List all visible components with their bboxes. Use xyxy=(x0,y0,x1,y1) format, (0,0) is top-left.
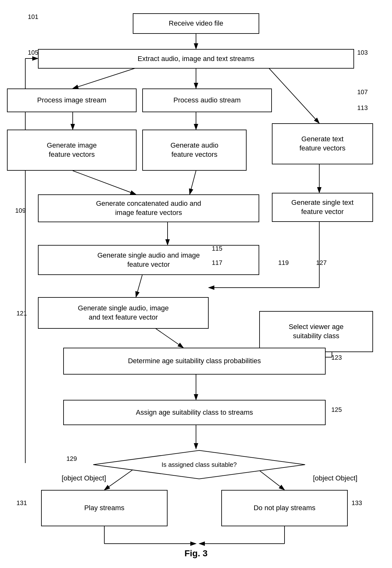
gen-concat-label: Generate concatenated audio andimage fea… xyxy=(96,199,201,217)
ref-109: 109 xyxy=(15,207,26,214)
ref-119: 119 xyxy=(278,259,289,266)
decision-diamond: Is assigned class suitable? xyxy=(92,449,307,480)
arrows-svg xyxy=(0,0,392,568)
svg-line-4 xyxy=(269,68,319,123)
ref-123: 123 xyxy=(331,354,342,361)
ref-133: 133 xyxy=(352,499,362,507)
ref-129: 129 xyxy=(66,455,77,462)
ref-107: 107 xyxy=(357,89,368,96)
gen-audio-fv-box: Generate audiofeature vectors xyxy=(142,130,247,171)
assign-age-label: Assign age suitability class to streams xyxy=(136,408,253,417)
ref-121: 121 xyxy=(16,310,27,317)
svg-line-2 xyxy=(73,68,136,89)
no-label: [object Object] xyxy=(313,474,358,482)
gen-audio-fv-label: Generate audiofeature vectors xyxy=(170,141,218,159)
process-image-box: Process image stream xyxy=(7,89,137,112)
receive-video-box: Receive video file xyxy=(133,13,259,34)
gen-image-fv-label: Generate imagefeature vectors xyxy=(47,141,97,159)
ref-101: 101 xyxy=(28,13,38,21)
process-audio-label: Process audio stream xyxy=(174,96,241,105)
svg-line-11 xyxy=(136,275,142,297)
gen-single-ait-box: Generate single audio, imageand text fea… xyxy=(38,297,209,329)
gen-image-fv-box: Generate imagefeature vectors xyxy=(7,130,137,171)
ref-125: 125 xyxy=(331,406,342,413)
select-age-label: Select viewer agesuitability class xyxy=(289,322,344,340)
decision-label: Is assigned class suitable? xyxy=(162,461,237,468)
ref-117: 117 xyxy=(212,259,222,266)
assign-age-box: Assign age suitability class to streams xyxy=(63,400,326,425)
gen-single-ait-label: Generate single audio, imageand text fea… xyxy=(78,304,168,322)
gen-text-fv-label: Generate textfeature vectors xyxy=(299,135,346,153)
gen-single-text-box: Generate single textfeature vector xyxy=(272,193,373,222)
gen-single-ai-box: Generate single audio and imagefeature v… xyxy=(38,245,259,275)
no-play-streams-box: Do not play streams xyxy=(221,490,348,526)
process-image-label: Process image stream xyxy=(37,96,107,105)
no-play-streams-label: Do not play streams xyxy=(254,504,315,513)
gen-concat-box: Generate concatenated audio andimage fea… xyxy=(38,194,259,222)
receive-video-label: Receive video file xyxy=(169,19,223,28)
process-audio-box: Process audio stream xyxy=(142,89,272,112)
extract-streams-box: Extract audio, image and text streams xyxy=(38,49,354,69)
ref-105: 105 xyxy=(28,49,38,56)
extract-streams-label: Extract audio, image and text streams xyxy=(138,54,254,64)
determine-age-label: Determine age suitability class probabil… xyxy=(128,357,261,366)
fig-caption: Fig. 3 xyxy=(184,548,207,559)
determine-age-box: Determine age suitability class probabil… xyxy=(63,348,326,375)
select-age-box: Select viewer agesuitability class xyxy=(259,311,373,352)
gen-single-ai-label: Generate single audio and imagefeature v… xyxy=(97,251,200,269)
play-streams-label: Play streams xyxy=(84,504,124,513)
svg-line-8 xyxy=(190,171,196,194)
gen-single-text-label: Generate single textfeature vector xyxy=(291,198,354,216)
ref-131: 131 xyxy=(16,499,27,507)
yes-label: [object Object] xyxy=(62,474,106,482)
ref-103: 103 xyxy=(357,49,368,56)
ref-113: 113 xyxy=(357,104,368,112)
svg-line-7 xyxy=(73,171,136,194)
ref-127: 127 xyxy=(316,259,327,266)
ref-115: 115 xyxy=(212,245,222,252)
diagram: Receive video file 101 Extract audio, im… xyxy=(0,0,392,568)
gen-text-fv-box: Generate textfeature vectors xyxy=(272,123,373,164)
play-streams-box: Play streams xyxy=(41,490,168,526)
